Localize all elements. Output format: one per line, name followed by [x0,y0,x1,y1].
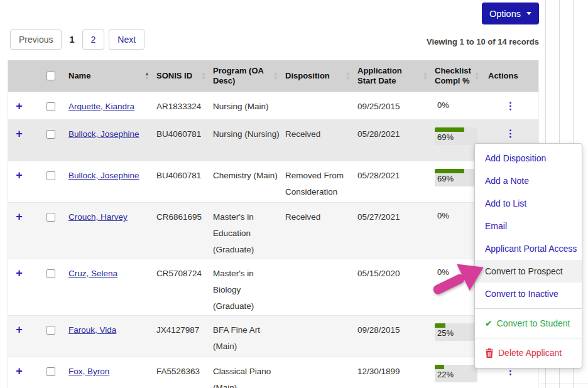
menu-item-applicant-portal-access[interactable]: Applicant Portal Access [475,237,582,260]
sonis-id-cell: CR5708724 [155,259,211,288]
menu-item-convert-to-inactive[interactable]: Convert to Inactive [475,283,582,305]
column-header-checklist[interactable]: Checklist Compl % ▲▼ [433,60,484,92]
column-header-start-date[interactable]: Application Start Date ▲▼ [356,60,433,92]
expand-row-button[interactable]: + [16,210,23,223]
sonis-id-cell: BU4060781 [155,120,211,149]
row-actions-menu: Add Disposition Add a Note Add to List E… [474,143,582,369]
menu-item-delete-applicant[interactable]: Delete Applicant [475,342,582,364]
menu-divider [475,338,582,338]
records-count-text: Viewing 1 to 10 of 14 records [427,37,539,46]
column-header-label: Name [68,71,90,81]
applicant-name-link[interactable]: Crouch, Harvey [68,212,128,222]
expand-row-button[interactable]: + [16,323,23,336]
column-header-disposition[interactable]: Disposition ▲▼ [283,60,356,92]
disposition-cell: Received [283,203,356,232]
sort-arrows-icon: ▲▼ [346,72,351,80]
row-checkbox[interactable] [46,102,55,111]
menu-item-convert-to-student[interactable]: ✔ Convert to Student [475,312,582,335]
actions-cell: ⋮ [484,92,538,119]
applicant-name-link[interactable]: Bullock, Josephine [68,129,139,139]
checklist-progress-bar: 69% [435,127,477,145]
progress-fill [435,323,445,328]
column-header-name[interactable]: Name ▲▼ [67,60,155,92]
checklist-cell: 0% [433,92,484,119]
applicant-name-link[interactable]: Arquette, Kiandra [68,102,134,111]
checklist-percent-label: 0% [435,210,477,224]
check-icon: ✔ [485,318,493,329]
menu-item-add-a-note[interactable]: Add a Note [475,170,582,192]
sonis-id-cell: JX4127987 [155,316,211,345]
start-date-cell: 09/25/2015 [356,92,433,119]
expand-row-button[interactable]: + [16,169,23,181]
name-cell: Arquette, Kiandra [67,92,155,119]
table-row: + Crouch, Harvey CR6861695 Master's in E… [8,202,538,259]
table-row: + Bullock, Josephine BU4060781 Chemistry… [8,161,538,202]
start-date-cell: 12/30/1899 [356,357,433,386]
start-date-cell: 05/28/2021 [356,161,433,190]
expand-cell: + [8,316,38,345]
sonis-id-cell: CR6861695 [155,203,211,232]
menu-item-add-to-list[interactable]: Add to List [475,192,582,215]
checklist-percent-label: 22% [435,369,477,382]
next-page-button[interactable]: Next [109,30,144,50]
name-cell: Crouch, Harvey [67,203,155,232]
row-checkbox[interactable] [46,171,55,180]
disposition-cell: Removed From Consideration [283,161,356,202]
table-header-row: Name ▲▼ SONIS ID ▲▼ Program (OA Desc) ▲▼… [8,60,538,92]
row-checkbox[interactable] [46,269,55,278]
row-checkbox[interactable] [46,326,55,335]
sort-arrows-icon: ▲▼ [201,72,206,80]
expand-row-button[interactable]: + [16,267,23,279]
page-2-button[interactable]: 2 [82,30,105,50]
expand-row-button[interactable]: + [16,365,23,377]
program-cell: Master's in Education (Graduate) [211,203,283,259]
previous-page-button[interactable]: Previous [10,30,62,50]
row-actions-button[interactable]: ⋮ [506,100,516,111]
progress-fill [435,169,464,173]
applicant-name-link[interactable]: Fox, Byron [68,367,109,376]
program-cell: Master's in Biology (Graduate) [211,259,283,315]
disposition-cell [283,316,356,328]
start-date-cell: 09/28/2015 [356,316,433,345]
checkbox-cell [38,259,67,288]
applicant-name-link[interactable]: Bullock, Josephine [68,171,139,180]
row-checkbox[interactable] [46,213,55,222]
name-cell: Fox, Byron [67,357,155,386]
row-checkbox[interactable] [46,367,55,376]
column-header-label: Application Start Date [357,66,420,86]
table-row: + Arquette, Kiandra AR1833324 Nursing (M… [8,92,538,119]
column-header-sonis-id[interactable]: SONIS ID ▲▼ [155,60,211,92]
menu-item-add-disposition[interactable]: Add Disposition [475,147,582,170]
applicant-name-link[interactable]: Farouk, Vida [68,325,116,335]
pagination: Previous 1 2 Next [10,30,144,50]
select-all-checkbox[interactable] [46,72,55,80]
applicant-name-link[interactable]: Cruz, Selena [68,269,117,278]
expand-row-button[interactable]: + [16,127,23,140]
menu-item-convert-to-prospect[interactable]: Convert to Prospect [475,260,582,283]
checklist-percent-label: 69% [435,173,477,186]
expand-cell: + [8,357,38,387]
row-checkbox[interactable] [46,130,55,139]
annotation-arrow-icon [430,260,486,299]
checkbox-cell [38,203,67,232]
row-actions-button[interactable]: ⋮ [506,128,516,139]
disposition-cell: Received [283,120,356,149]
name-cell: Bullock, Josephine [67,120,155,149]
column-header-label: Actions [488,71,518,81]
checklist-percent-label: 0% [435,100,477,113]
expand-row-button[interactable]: + [16,100,23,112]
options-button[interactable]: Options [482,3,539,24]
column-header-label: SONIS ID [156,71,192,81]
header-select-all[interactable] [38,60,67,92]
table-row: + Farouk, Vida JX4127987 BFA Fine Art (M… [8,315,538,357]
applicants-table: Name ▲▼ SONIS ID ▲▼ Program (OA Desc) ▲▼… [8,60,539,388]
checklist-percent-label: 25% [435,328,477,341]
menu-item-email[interactable]: Email [475,215,582,237]
caret-down-icon [526,12,531,15]
expand-cell: + [8,92,38,119]
checkbox-cell [38,357,67,386]
column-header-program[interactable]: Program (OA Desc) ▲▼ [211,60,283,92]
program-cell: BFA Fine Art (Main) [211,316,283,357]
sort-arrows-icon: ▲▼ [273,72,278,80]
expand-cell: + [8,120,38,149]
